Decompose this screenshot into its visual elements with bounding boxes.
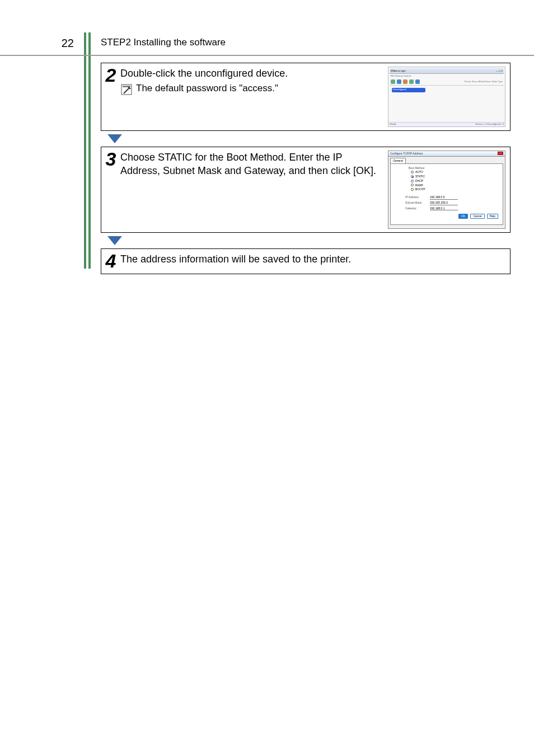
step-4-text: The address information will be saved to… <box>120 249 510 269</box>
bradmin-screenshot: BRAdmin Light— □ ✕ File Devices Control … <box>388 67 505 127</box>
header-rule <box>84 32 91 55</box>
svg-marker-3 <box>107 236 122 245</box>
step-number: 4 <box>101 249 120 270</box>
ok-button[interactable]: OK <box>458 214 468 219</box>
page-header: 22 STEP2 Installing the software <box>0 0 534 56</box>
step-3-text: Choose STATIC for the Boot Method. Enter… <box>120 151 388 229</box>
page-number: 22 <box>0 32 84 55</box>
step-number: 2 <box>101 63 120 84</box>
section-title: STEP2 Installing the software <box>91 32 226 55</box>
body-rule <box>84 56 91 274</box>
step-2-text: Double-click the unconfigured device. <box>120 67 383 80</box>
down-arrow-icon <box>101 233 510 248</box>
step-number: 3 <box>101 147 120 168</box>
step-3-box: 3 Choose STATIC for the Boot Method. Ent… <box>101 147 510 233</box>
tcpip-dialog-screenshot: Configure TCP/IP Address General Boot Me… <box>388 151 505 229</box>
help-button[interactable]: Help <box>487 214 498 219</box>
step-2-box: 2 Double-click the unconfigured device. <box>101 63 510 131</box>
note-icon <box>120 83 133 96</box>
step-4-box: 4 The address information will be saved … <box>101 248 510 274</box>
step-2-note: The default password is "access." <box>136 82 278 95</box>
down-arrow-icon <box>101 131 510 147</box>
svg-marker-2 <box>107 134 122 143</box>
page-body: 2 Double-click the unconfigured device. <box>0 56 534 274</box>
cancel-button[interactable]: Cancel <box>470 214 485 219</box>
